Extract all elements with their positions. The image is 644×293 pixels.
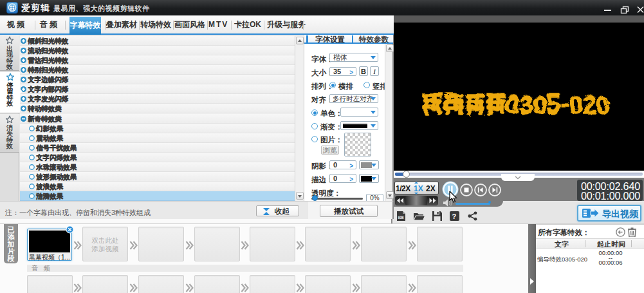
- svg-text:H26: H26: [398, 216, 404, 220]
- svg-text:?: ?: [452, 213, 456, 220]
- svg-text:0305-020: 0305-020: [504, 89, 607, 117]
